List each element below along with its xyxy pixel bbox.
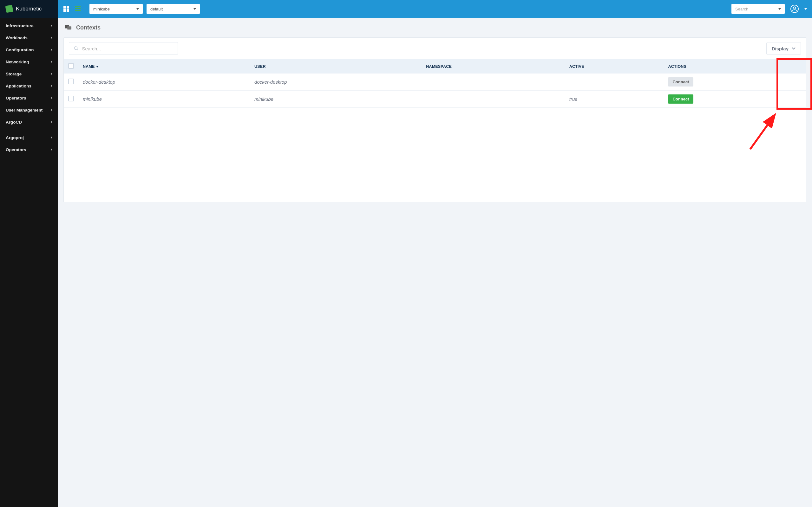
display-button-label: Display xyxy=(772,46,789,51)
connect-button[interactable]: Connect xyxy=(668,77,693,87)
sidebar-item-label: Argoproj xyxy=(6,135,24,140)
caret-down-icon xyxy=(136,8,139,10)
sidebar-item-label: Workloads xyxy=(6,36,28,40)
cell-namespace xyxy=(421,91,565,108)
page-title: Contexts xyxy=(76,24,101,31)
main-content: Contexts Display xyxy=(58,18,812,507)
panel-search-input[interactable] xyxy=(82,46,173,51)
sidebar-item-networking[interactable]: Networking xyxy=(0,56,58,68)
global-search[interactable] xyxy=(731,4,785,14)
svg-point-10 xyxy=(74,47,78,50)
caret-left-icon xyxy=(51,148,52,151)
sidebar-item-label: User Management xyxy=(6,108,43,112)
user-menu-caret-icon[interactable] xyxy=(804,8,807,10)
select-all-checkbox[interactable] xyxy=(68,63,74,69)
caret-down-icon xyxy=(778,8,781,10)
caret-left-icon xyxy=(51,60,52,63)
caret-down-icon xyxy=(194,8,196,10)
user-menu-icon[interactable] xyxy=(791,5,799,13)
topbar: Kubernetic minikube default xyxy=(0,0,812,18)
caret-left-icon xyxy=(51,109,52,111)
caret-left-icon xyxy=(51,121,52,123)
cell-user: docker-desktop xyxy=(250,73,421,91)
contexts-icon xyxy=(64,23,72,32)
svg-rect-6 xyxy=(75,10,81,11)
caret-left-icon xyxy=(51,49,52,51)
cell-namespace xyxy=(421,73,565,91)
namespace-dropdown-value: default xyxy=(150,7,163,11)
brand-name: Kubernetic xyxy=(16,6,42,12)
chevron-down-icon xyxy=(792,47,796,50)
sidebar-item-infrastructure[interactable]: Infrastructure xyxy=(0,20,58,32)
sidebar: InfrastructureWorkloadsConfigurationNetw… xyxy=(0,18,58,507)
col-actions: ACTIONS xyxy=(664,59,806,73)
col-namespace[interactable]: NAMESPACE xyxy=(421,59,565,73)
caret-left-icon xyxy=(51,97,52,99)
caret-left-icon xyxy=(51,24,52,27)
sidebar-item-argoproj[interactable]: Argoproj xyxy=(0,131,58,144)
cell-name: minikube xyxy=(78,91,250,108)
sidebar-item-workloads[interactable]: Workloads xyxy=(0,32,58,44)
cell-active xyxy=(565,73,664,91)
sidebar-item-user-management[interactable]: User Management xyxy=(0,104,58,116)
context-dropdown[interactable]: minikube xyxy=(90,4,143,14)
sidebar-item-configuration[interactable]: Configuration xyxy=(0,44,58,56)
svg-rect-3 xyxy=(67,9,69,12)
table-row: minikubeminikubetrueConnect xyxy=(64,91,806,108)
caret-left-icon xyxy=(51,84,52,87)
grid-view-icon[interactable] xyxy=(63,6,69,12)
svg-point-7 xyxy=(794,7,796,9)
connect-button[interactable]: Connect xyxy=(668,95,693,104)
svg-rect-9 xyxy=(67,26,71,30)
row-checkbox[interactable] xyxy=(68,78,74,84)
sidebar-item-argocd[interactable]: ArgoCD xyxy=(0,116,58,128)
col-user[interactable]: USER xyxy=(250,59,421,73)
svg-rect-0 xyxy=(63,6,66,9)
display-button[interactable]: Display xyxy=(766,42,801,55)
search-icon xyxy=(73,46,79,51)
row-checkbox[interactable] xyxy=(68,96,74,101)
panel-search[interactable] xyxy=(69,42,178,55)
caret-left-icon xyxy=(51,72,52,75)
svg-rect-2 xyxy=(63,9,66,12)
sort-caret-icon xyxy=(96,66,99,67)
cell-user: minikube xyxy=(250,91,421,108)
sidebar-item-applications[interactable]: Applications xyxy=(0,80,58,92)
sidebar-item-storage[interactable]: Storage xyxy=(0,68,58,80)
sidebar-item-operators[interactable]: Operators xyxy=(0,144,58,156)
svg-line-11 xyxy=(77,49,78,50)
sidebar-item-label: Operators xyxy=(6,147,26,152)
svg-rect-5 xyxy=(75,8,81,9)
sidebar-item-label: Networking xyxy=(6,60,29,64)
cell-name: docker-desktop xyxy=(78,73,250,91)
namespace-dropdown[interactable]: default xyxy=(147,4,200,14)
caret-left-icon xyxy=(51,136,52,139)
svg-rect-1 xyxy=(67,6,69,9)
context-dropdown-value: minikube xyxy=(93,7,110,11)
cell-active: true xyxy=(565,91,664,108)
sidebar-item-label: ArgoCD xyxy=(6,120,22,124)
brand-logo-icon xyxy=(5,5,13,13)
sidebar-item-label: Infrastructure xyxy=(6,23,34,28)
table-row: docker-desktopdocker-desktopConnect xyxy=(64,73,806,91)
col-name[interactable]: NAME xyxy=(78,59,250,73)
col-active[interactable]: ACTIVE xyxy=(565,59,664,73)
sidebar-item-label: Operators xyxy=(6,96,26,101)
sidebar-item-operators[interactable]: Operators xyxy=(0,92,58,104)
contexts-panel: Display NAME USER NAMESPACE ACTIVE ACTIO… xyxy=(63,38,806,202)
sidebar-item-label: Applications xyxy=(6,83,32,89)
sidebar-item-label: Storage xyxy=(6,72,21,76)
list-view-icon[interactable] xyxy=(75,6,81,12)
contexts-table: NAME USER NAMESPACE ACTIVE ACTIONS docke… xyxy=(64,59,806,108)
brand: Kubernetic xyxy=(0,0,58,18)
global-search-input[interactable] xyxy=(735,7,773,11)
svg-rect-4 xyxy=(75,6,81,7)
sidebar-item-label: Configuration xyxy=(6,48,34,52)
caret-left-icon xyxy=(51,37,52,39)
